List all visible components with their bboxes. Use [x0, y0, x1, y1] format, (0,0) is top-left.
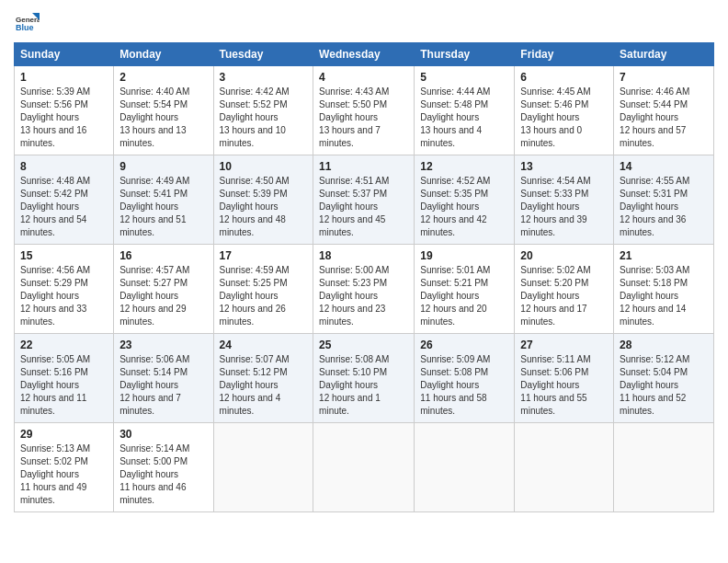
day-cell — [614, 423, 714, 512]
day-cell: 6 Sunrise: 4:45 AM Sunset: 5:46 PM Dayli… — [515, 66, 614, 155]
day-info: Sunrise: 4:52 AM Sunset: 5:35 PM Dayligh… — [420, 175, 508, 239]
day-number: 7 — [620, 71, 708, 84]
day-info: Sunrise: 4:56 AM Sunset: 5:29 PM Dayligh… — [20, 264, 108, 328]
day-info: Sunrise: 4:50 AM Sunset: 5:39 PM Dayligh… — [220, 175, 308, 239]
col-header-saturday: Saturday — [614, 43, 714, 66]
day-number: 14 — [620, 160, 708, 173]
day-number: 6 — [520, 71, 608, 84]
day-number: 23 — [119, 339, 207, 351]
week-row-4: 22 Sunrise: 5:05 AM Sunset: 5:16 PM Dayl… — [15, 334, 714, 423]
day-number: 8 — [20, 160, 108, 173]
calendar-table: SundayMondayTuesdayWednesdayThursdayFrid… — [14, 42, 714, 512]
day-info: Sunrise: 4:51 AM Sunset: 5:37 PM Dayligh… — [319, 175, 408, 239]
day-info: Sunrise: 4:57 AM Sunset: 5:27 PM Dayligh… — [119, 264, 207, 328]
col-header-thursday: Thursday — [415, 43, 515, 66]
day-info: Sunrise: 5:00 AM Sunset: 5:23 PM Dayligh… — [319, 264, 408, 328]
day-info: Sunrise: 5:02 AM Sunset: 5:20 PM Dayligh… — [520, 264, 608, 328]
day-number: 18 — [319, 249, 408, 262]
day-info: Sunrise: 5:07 AM Sunset: 5:12 PM Dayligh… — [220, 353, 308, 418]
day-number: 10 — [220, 160, 308, 173]
col-header-friday: Friday — [515, 43, 614, 66]
day-cell: 15 Sunrise: 4:56 AM Sunset: 5:29 PM Dayl… — [15, 245, 114, 334]
day-number: 19 — [420, 249, 508, 262]
day-number: 4 — [319, 71, 408, 84]
day-cell: 4 Sunrise: 4:43 AM Sunset: 5:50 PM Dayli… — [313, 66, 415, 155]
day-info: Sunrise: 4:55 AM Sunset: 5:31 PM Dayligh… — [620, 175, 708, 239]
logo: General Blue — [14, 9, 43, 35]
day-info: Sunrise: 4:42 AM Sunset: 5:52 PM Dayligh… — [220, 86, 308, 150]
day-number: 24 — [220, 339, 308, 351]
day-number: 28 — [620, 339, 708, 351]
day-cell: 21 Sunrise: 5:03 AM Sunset: 5:18 PM Dayl… — [614, 245, 714, 334]
header: General Blue — [14, 9, 714, 35]
day-info: Sunrise: 4:49 AM Sunset: 5:41 PM Dayligh… — [119, 175, 207, 239]
day-cell: 9 Sunrise: 4:49 AM Sunset: 5:41 PM Dayli… — [114, 155, 213, 245]
day-info: Sunrise: 4:54 AM Sunset: 5:33 PM Dayligh… — [520, 175, 608, 239]
day-number: 5 — [420, 71, 508, 84]
day-number: 15 — [20, 249, 108, 262]
col-header-wednesday: Wednesday — [313, 43, 415, 66]
day-info: Sunrise: 4:59 AM Sunset: 5:25 PM Dayligh… — [220, 264, 308, 328]
day-cell: 8 Sunrise: 4:48 AM Sunset: 5:42 PM Dayli… — [15, 155, 114, 245]
day-info: Sunrise: 5:09 AM Sunset: 5:08 PM Dayligh… — [420, 353, 508, 418]
day-cell: 19 Sunrise: 5:01 AM Sunset: 5:21 PM Dayl… — [415, 245, 515, 334]
day-cell — [313, 423, 415, 512]
day-info: Sunrise: 5:03 AM Sunset: 5:18 PM Dayligh… — [620, 264, 708, 328]
day-info: Sunrise: 5:08 AM Sunset: 5:10 PM Dayligh… — [319, 353, 408, 418]
day-cell: 11 Sunrise: 4:51 AM Sunset: 5:37 PM Dayl… — [313, 155, 415, 245]
day-number: 9 — [119, 160, 207, 173]
col-header-sunday: Sunday — [15, 43, 114, 66]
day-cell: 5 Sunrise: 4:44 AM Sunset: 5:48 PM Dayli… — [415, 66, 515, 155]
day-cell: 25 Sunrise: 5:08 AM Sunset: 5:10 PM Dayl… — [313, 334, 415, 423]
day-info: Sunrise: 5:11 AM Sunset: 5:06 PM Dayligh… — [520, 353, 608, 418]
week-row-2: 8 Sunrise: 4:48 AM Sunset: 5:42 PM Dayli… — [15, 155, 714, 245]
day-cell: 22 Sunrise: 5:05 AM Sunset: 5:16 PM Dayl… — [15, 334, 114, 423]
day-info: Sunrise: 4:46 AM Sunset: 5:44 PM Dayligh… — [620, 86, 708, 150]
day-cell: 26 Sunrise: 5:09 AM Sunset: 5:08 PM Dayl… — [415, 334, 515, 423]
page: General Blue SundayMondayTuesdayWednesda… — [0, 0, 728, 563]
day-number: 16 — [119, 249, 207, 262]
day-info: Sunrise: 4:40 AM Sunset: 5:54 PM Dayligh… — [119, 86, 207, 150]
day-info: Sunrise: 4:48 AM Sunset: 5:42 PM Dayligh… — [20, 175, 108, 239]
day-number: 26 — [420, 339, 508, 351]
day-cell: 16 Sunrise: 4:57 AM Sunset: 5:27 PM Dayl… — [114, 245, 213, 334]
day-number: 29 — [20, 428, 108, 441]
day-number: 13 — [520, 160, 608, 173]
day-info: Sunrise: 4:44 AM Sunset: 5:48 PM Dayligh… — [420, 86, 508, 150]
day-number: 22 — [20, 339, 108, 351]
day-cell: 29 Sunrise: 5:13 AM Sunset: 5:02 PM Dayl… — [15, 423, 114, 512]
day-number: 21 — [620, 249, 708, 262]
day-info: Sunrise: 5:12 AM Sunset: 5:04 PM Dayligh… — [620, 353, 708, 418]
day-cell: 3 Sunrise: 4:42 AM Sunset: 5:52 PM Dayli… — [213, 66, 313, 155]
day-number: 20 — [520, 249, 608, 262]
day-cell: 17 Sunrise: 4:59 AM Sunset: 5:25 PM Dayl… — [213, 245, 313, 334]
day-cell: 30 Sunrise: 5:14 AM Sunset: 5:00 PM Dayl… — [114, 423, 213, 512]
day-number: 27 — [520, 339, 608, 351]
day-number: 17 — [220, 249, 308, 262]
day-number: 1 — [20, 71, 108, 84]
day-cell: 7 Sunrise: 4:46 AM Sunset: 5:44 PM Dayli… — [614, 66, 714, 155]
day-info: Sunrise: 5:01 AM Sunset: 5:21 PM Dayligh… — [420, 264, 508, 328]
day-cell: 23 Sunrise: 5:06 AM Sunset: 5:14 PM Dayl… — [114, 334, 213, 423]
day-info: Sunrise: 5:13 AM Sunset: 5:02 PM Dayligh… — [20, 442, 108, 507]
day-number: 30 — [119, 428, 207, 441]
day-info: Sunrise: 5:39 AM Sunset: 5:56 PM Dayligh… — [20, 86, 108, 150]
day-cell: 2 Sunrise: 4:40 AM Sunset: 5:54 PM Dayli… — [114, 66, 213, 155]
day-cell — [213, 423, 313, 512]
day-info: Sunrise: 5:06 AM Sunset: 5:14 PM Dayligh… — [119, 353, 207, 418]
svg-text:Blue: Blue — [16, 23, 34, 32]
day-cell — [415, 423, 515, 512]
week-row-5: 29 Sunrise: 5:13 AM Sunset: 5:02 PM Dayl… — [15, 423, 714, 512]
day-cell: 12 Sunrise: 4:52 AM Sunset: 5:35 PM Dayl… — [415, 155, 515, 245]
day-cell: 27 Sunrise: 5:11 AM Sunset: 5:06 PM Dayl… — [515, 334, 614, 423]
day-info: Sunrise: 4:43 AM Sunset: 5:50 PM Dayligh… — [319, 86, 408, 150]
day-cell: 20 Sunrise: 5:02 AM Sunset: 5:20 PM Dayl… — [515, 245, 614, 334]
day-cell: 1 Sunrise: 5:39 AM Sunset: 5:56 PM Dayli… — [15, 66, 114, 155]
day-cell — [515, 423, 614, 512]
col-header-tuesday: Tuesday — [213, 43, 313, 66]
week-row-3: 15 Sunrise: 4:56 AM Sunset: 5:29 PM Dayl… — [15, 245, 714, 334]
day-number: 11 — [319, 160, 408, 173]
day-cell: 28 Sunrise: 5:12 AM Sunset: 5:04 PM Dayl… — [614, 334, 714, 423]
logo-icon: General Blue — [14, 9, 40, 35]
day-info: Sunrise: 4:45 AM Sunset: 5:46 PM Dayligh… — [520, 86, 608, 150]
